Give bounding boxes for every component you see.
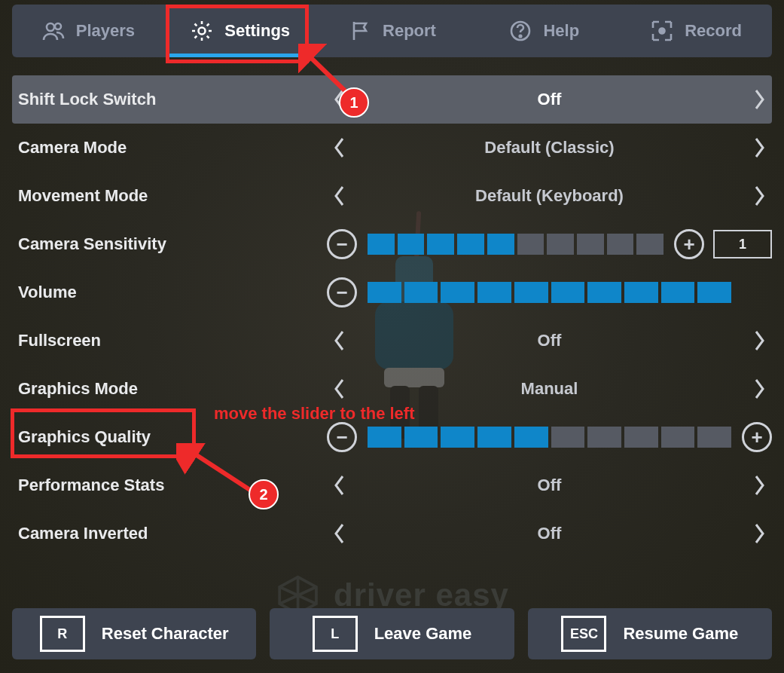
slider-segment[interactable] bbox=[441, 427, 474, 448]
slider-segment[interactable] bbox=[457, 234, 484, 255]
camera-sensitivity-minus[interactable]: − bbox=[327, 229, 357, 259]
minus-icon: − bbox=[336, 427, 347, 447]
label-fullscreen: Fullscreen bbox=[12, 331, 327, 350]
performance-stats-prev[interactable] bbox=[327, 473, 352, 498]
camera-inverted-prev[interactable] bbox=[327, 521, 352, 546]
slider-segment[interactable] bbox=[398, 234, 425, 255]
movement-mode-value: Default (Keyboard) bbox=[352, 186, 746, 206]
tab-help[interactable]: Help bbox=[468, 5, 620, 57]
slider-segment[interactable] bbox=[441, 282, 474, 303]
slider-segment[interactable] bbox=[697, 282, 731, 303]
chevron-right-icon bbox=[752, 378, 767, 400]
label-graphics-mode: Graphics Mode bbox=[12, 379, 327, 399]
slider-segment[interactable] bbox=[368, 427, 401, 448]
slider-segment[interactable] bbox=[577, 234, 604, 255]
chevron-left-icon bbox=[332, 522, 347, 545]
camera-sensitivity-plus[interactable]: + bbox=[674, 229, 704, 259]
reset-character-label: Reset Character bbox=[102, 624, 229, 644]
volume-slider[interactable] bbox=[368, 282, 731, 303]
movement-mode-prev[interactable] bbox=[327, 183, 352, 209]
slider-segment[interactable] bbox=[587, 282, 621, 303]
reset-character-button[interactable]: R Reset Character bbox=[12, 608, 256, 659]
graphics-mode-prev[interactable] bbox=[327, 376, 352, 402]
tab-report[interactable]: Report bbox=[316, 5, 468, 57]
slider-segment[interactable] bbox=[661, 427, 695, 448]
camera-sensitivity-number[interactable]: 1 bbox=[713, 230, 772, 258]
slider-segment[interactable] bbox=[404, 427, 438, 448]
slider-segment[interactable] bbox=[547, 234, 574, 255]
record-icon bbox=[650, 19, 674, 43]
keycap-r: R bbox=[40, 616, 85, 652]
row-fullscreen: Fullscreen Off bbox=[12, 317, 772, 365]
fullscreen-prev[interactable] bbox=[327, 328, 352, 353]
row-movement-mode: Movement Mode Default (Keyboard) bbox=[12, 172, 772, 220]
label-camera-inverted: Camera Inverted bbox=[12, 524, 327, 543]
leave-game-button[interactable]: L Leave Game bbox=[270, 608, 514, 659]
chevron-left-icon bbox=[332, 88, 347, 111]
tab-settings[interactable]: Settings bbox=[164, 5, 316, 57]
graphics-quality-slider[interactable] bbox=[368, 427, 731, 448]
resume-game-label: Resume Game bbox=[623, 624, 738, 644]
chevron-left-icon bbox=[332, 136, 347, 159]
slider-segment[interactable] bbox=[427, 234, 454, 255]
row-graphics-quality: Graphics Quality − + bbox=[12, 413, 772, 461]
minus-icon: − bbox=[336, 283, 347, 302]
movement-mode-next[interactable] bbox=[746, 183, 772, 209]
shift-lock-next[interactable] bbox=[746, 87, 772, 112]
slider-segment[interactable] bbox=[477, 282, 511, 303]
slider-segment[interactable] bbox=[514, 282, 548, 303]
tab-record[interactable]: Record bbox=[620, 5, 772, 57]
plus-icon: + bbox=[751, 427, 762, 447]
label-shift-lock: Shift Lock Switch bbox=[12, 90, 327, 109]
slider-segment[interactable] bbox=[551, 282, 585, 303]
slider-segment[interactable] bbox=[517, 234, 545, 255]
volume-minus[interactable]: − bbox=[327, 277, 357, 307]
slider-segment[interactable] bbox=[661, 282, 695, 303]
resume-game-button[interactable]: ESC Resume Game bbox=[528, 608, 772, 659]
shift-lock-prev[interactable] bbox=[327, 87, 352, 112]
slider-segment[interactable] bbox=[624, 282, 658, 303]
slider-segment[interactable] bbox=[487, 234, 514, 255]
slider-segment[interactable] bbox=[477, 427, 511, 448]
camera-mode-next[interactable] bbox=[746, 135, 772, 161]
slider-segment[interactable] bbox=[551, 427, 585, 448]
label-volume: Volume bbox=[12, 283, 327, 302]
row-performance-stats: Performance Stats Off bbox=[12, 461, 772, 509]
fullscreen-next[interactable] bbox=[746, 328, 772, 353]
row-camera-inverted: Camera Inverted Off bbox=[12, 509, 772, 558]
slider-segment[interactable] bbox=[514, 427, 548, 448]
tab-help-label: Help bbox=[543, 21, 579, 41]
chevron-right-icon bbox=[752, 136, 767, 159]
camera-inverted-next[interactable] bbox=[746, 521, 772, 546]
slider-segment[interactable] bbox=[607, 234, 634, 255]
slider-segment[interactable] bbox=[624, 427, 658, 448]
slider-segment[interactable] bbox=[368, 234, 395, 255]
chevron-left-icon bbox=[332, 378, 347, 400]
row-shift-lock-switch: Shift Lock Switch Off bbox=[12, 75, 772, 124]
slider-segment[interactable] bbox=[636, 234, 664, 255]
chevron-left-icon bbox=[332, 185, 347, 207]
slider-segment[interactable] bbox=[697, 427, 731, 448]
graphics-mode-next[interactable] bbox=[746, 376, 772, 402]
graphics-quality-plus[interactable]: + bbox=[742, 422, 772, 452]
shift-lock-value: Off bbox=[352, 90, 746, 109]
label-performance-stats: Performance Stats bbox=[12, 476, 327, 495]
slider-segment[interactable] bbox=[368, 282, 401, 303]
graphics-mode-value: Manual bbox=[352, 379, 746, 399]
svg-point-2 bbox=[199, 28, 206, 35]
performance-stats-next[interactable] bbox=[746, 473, 772, 498]
camera-sensitivity-slider[interactable] bbox=[368, 234, 664, 255]
camera-mode-prev[interactable] bbox=[327, 135, 352, 161]
row-camera-mode: Camera Mode Default (Classic) bbox=[12, 124, 772, 172]
chevron-right-icon bbox=[752, 329, 767, 352]
tab-record-label: Record bbox=[685, 21, 742, 41]
tab-report-label: Report bbox=[383, 21, 436, 41]
graphics-quality-minus[interactable]: − bbox=[327, 422, 357, 452]
svg-point-1 bbox=[55, 23, 61, 29]
slider-segment[interactable] bbox=[404, 282, 438, 303]
row-volume: Volume − + bbox=[12, 268, 772, 317]
label-camera-mode: Camera Mode bbox=[12, 138, 327, 158]
players-icon bbox=[41, 19, 66, 43]
slider-segment[interactable] bbox=[587, 427, 621, 448]
tab-players[interactable]: Players bbox=[12, 5, 164, 57]
